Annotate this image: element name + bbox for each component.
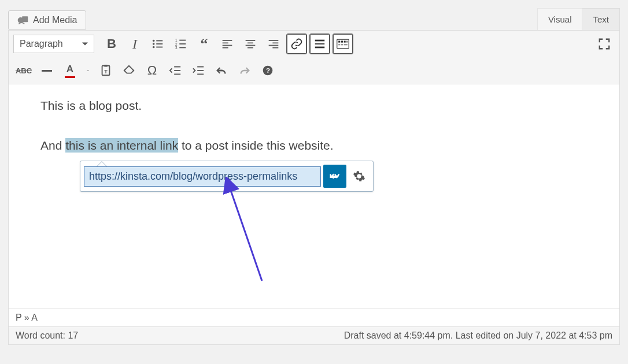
svg-line-48	[228, 184, 262, 281]
align-right-button[interactable]	[263, 34, 284, 54]
kitchen-sink-icon	[337, 38, 349, 50]
path-p[interactable]: P	[16, 313, 21, 322]
media-icon	[17, 14, 28, 26]
svg-rect-20	[246, 45, 256, 46]
editor-tabs: Visual Text	[538, 8, 620, 30]
add-media-label: Add Media	[33, 15, 77, 25]
svg-text:?: ?	[266, 66, 270, 74]
classic-editor: Add Media Visual Text Paragraph B I 123 …	[8, 8, 620, 345]
path-a[interactable]: A	[31, 313, 38, 322]
fullscreen-button[interactable]	[594, 34, 615, 54]
insert-more-button[interactable]	[309, 34, 330, 54]
align-center-icon	[245, 38, 256, 50]
text-before-link: And	[40, 139, 65, 152]
element-path: P » A	[8, 309, 620, 327]
list-ol-icon: 123	[175, 38, 187, 50]
link-url-input[interactable]	[84, 166, 321, 187]
indent-button[interactable]	[188, 60, 209, 81]
expand-icon	[598, 38, 611, 50]
svg-rect-34	[338, 44, 340, 45]
align-left-button[interactable]	[217, 34, 238, 54]
align-center-button[interactable]	[240, 34, 261, 54]
svg-rect-30	[338, 41, 340, 43]
toolbar-toggle-button[interactable]	[333, 34, 353, 54]
svg-rect-26	[315, 40, 325, 42]
text-color-dropdown[interactable]	[83, 60, 93, 81]
paste-icon: T	[99, 64, 112, 77]
outdent-icon	[169, 64, 182, 77]
svg-rect-45	[197, 74, 204, 75]
svg-rect-15	[223, 43, 228, 44]
add-media-button[interactable]: Add Media	[8, 10, 86, 30]
italic-button[interactable]: I	[124, 34, 145, 54]
horizontal-rule-button[interactable]	[36, 60, 57, 81]
path-sep: »	[21, 313, 31, 322]
help-button[interactable]: ?	[257, 60, 278, 81]
paste-text-button[interactable]: T	[95, 60, 116, 81]
svg-rect-22	[269, 40, 279, 41]
svg-rect-42	[174, 74, 180, 75]
svg-rect-7	[156, 47, 162, 48]
top-bar: Add Media Visual Text	[8, 8, 620, 30]
chevron-down-icon	[87, 68, 89, 73]
undo-button[interactable]	[211, 60, 232, 81]
svg-rect-36	[344, 44, 348, 45]
apply-icon	[328, 170, 341, 183]
svg-rect-1	[22, 16, 28, 22]
undo-icon	[215, 64, 228, 77]
bold-button[interactable]: B	[101, 34, 122, 54]
svg-rect-3	[156, 40, 162, 42]
insert-link-button[interactable]	[286, 34, 307, 54]
text-color-button[interactable]: A	[60, 60, 80, 81]
svg-rect-33	[346, 41, 348, 43]
link-options-button[interactable]	[349, 166, 370, 187]
svg-rect-5	[156, 43, 162, 44]
outdent-button[interactable]	[165, 60, 186, 81]
word-count: Word count: 17	[16, 330, 78, 341]
text-after-link: to a post inside this website.	[178, 139, 333, 152]
eraser-icon	[123, 64, 135, 77]
format-select[interactable]: Paragraph	[13, 35, 94, 53]
selected-link-text[interactable]: this is an internal link	[65, 138, 178, 153]
editor-footer: Word count: 17 Draft saved at 4:59:44 pm…	[8, 327, 620, 345]
tab-visual[interactable]: Visual	[537, 8, 583, 30]
tab-text[interactable]: Text	[582, 8, 620, 30]
svg-text:3: 3	[175, 46, 178, 50]
svg-rect-41	[174, 70, 180, 71]
svg-rect-13	[179, 47, 186, 49]
redo-button[interactable]	[234, 60, 255, 81]
svg-rect-11	[179, 43, 186, 44]
svg-rect-21	[247, 47, 253, 49]
toolbar-row-2: ABC A T Ω ?	[8, 57, 620, 84]
svg-rect-16	[223, 45, 232, 46]
save-status: Draft saved at 4:59:44 pm. Last edited o…	[344, 330, 612, 341]
svg-rect-43	[197, 66, 204, 68]
svg-text:T: T	[104, 69, 108, 75]
format-select-label: Paragraph	[20, 39, 63, 49]
apply-link-button[interactable]	[323, 165, 346, 188]
align-left-icon	[221, 38, 233, 50]
svg-rect-44	[197, 70, 204, 71]
svg-rect-24	[269, 45, 279, 46]
svg-rect-32	[344, 41, 346, 43]
svg-rect-35	[341, 44, 343, 45]
svg-rect-9	[179, 40, 186, 41]
svg-point-4	[153, 43, 155, 45]
paragraph-2: And this is an internal link to a post i…	[40, 137, 588, 154]
svg-rect-17	[223, 47, 228, 49]
svg-rect-19	[247, 43, 253, 44]
editor-content[interactable]: This is a blog post. And this is an inte…	[8, 84, 620, 309]
clear-formatting-button[interactable]	[119, 60, 139, 81]
svg-rect-28	[315, 47, 325, 49]
svg-rect-25	[272, 47, 278, 49]
toolbar-row-1: Paragraph B I 123 “	[8, 30, 620, 57]
blockquote-button[interactable]: “	[194, 34, 215, 54]
align-right-icon	[268, 38, 279, 50]
special-character-button[interactable]: Ω	[142, 60, 162, 81]
gear-icon	[353, 170, 365, 183]
numbered-list-button[interactable]: 123	[171, 34, 191, 54]
redo-icon	[238, 64, 251, 77]
strikethrough-button[interactable]: ABC	[13, 60, 34, 81]
annotation-arrow	[221, 177, 274, 287]
bulleted-list-button[interactable]	[147, 34, 168, 54]
